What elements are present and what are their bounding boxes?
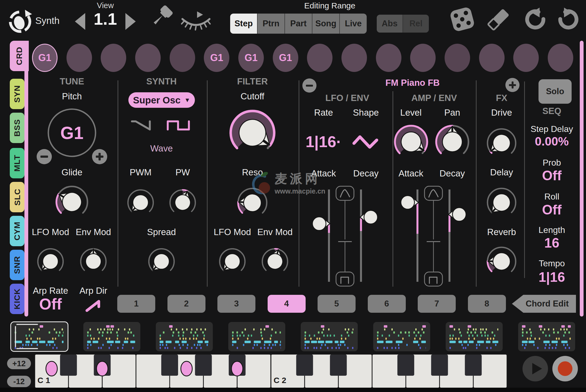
range-tab-ptrn[interactable]: Ptrn bbox=[258, 14, 285, 34]
pattern-button-7[interactable]: 7 bbox=[418, 295, 456, 313]
pattern-button-4[interactable]: 4 bbox=[268, 295, 306, 313]
step-2[interactable] bbox=[66, 44, 92, 72]
pattern-thumbnail-8[interactable] bbox=[518, 322, 575, 351]
transpose-up-button[interactable]: +12 bbox=[7, 358, 31, 369]
step-13[interactable] bbox=[445, 44, 470, 72]
pattern-thumbnail-5[interactable] bbox=[301, 322, 358, 351]
pattern-thumbnail-3[interactable] bbox=[156, 322, 213, 351]
step-11[interactable] bbox=[376, 44, 401, 72]
record-button[interactable] bbox=[552, 356, 578, 381]
seq-step-delay-value[interactable]: 0.00% bbox=[522, 135, 582, 148]
track-tab-kick[interactable]: KICK bbox=[10, 284, 24, 314]
black-key-4[interactable] bbox=[161, 355, 178, 376]
pitch-minus-button[interactable] bbox=[37, 149, 52, 164]
pattern-thumbnail-4[interactable] bbox=[228, 322, 285, 351]
reso-knob[interactable] bbox=[236, 186, 269, 219]
step-10[interactable] bbox=[341, 44, 367, 72]
range-tab-step[interactable]: Step bbox=[230, 14, 258, 34]
pattern-thumbnail-7[interactable] bbox=[446, 322, 503, 351]
range-tab-song[interactable]: Song bbox=[312, 14, 340, 34]
pattern-button-3[interactable]: 3 bbox=[217, 295, 255, 313]
amp-attack-handle[interactable] bbox=[401, 196, 419, 209]
step-12[interactable] bbox=[410, 44, 436, 72]
step-5[interactable] bbox=[170, 44, 195, 72]
track-tab-snr[interactable]: SNR bbox=[10, 250, 24, 280]
cutoff-knob[interactable] bbox=[228, 108, 277, 157]
redo-icon[interactable] bbox=[556, 6, 583, 33]
play-button[interactable] bbox=[522, 356, 548, 381]
black-key-5[interactable] bbox=[195, 355, 212, 376]
range-tab-live[interactable]: Live bbox=[340, 14, 367, 34]
spread-knob[interactable] bbox=[147, 247, 176, 276]
step-14[interactable] bbox=[479, 44, 505, 72]
seq-roll-value[interactable]: Off bbox=[522, 202, 582, 218]
arp-rate-value[interactable]: Off bbox=[23, 295, 78, 313]
wave-square-icon[interactable] bbox=[166, 117, 192, 134]
seq-tempo-value[interactable]: 1|16 bbox=[522, 269, 582, 285]
view-next-button[interactable] bbox=[125, 13, 136, 30]
tune-env-mod-knob[interactable] bbox=[79, 247, 108, 276]
black-key-13[interactable] bbox=[465, 355, 482, 376]
pattern-thumbnail-2[interactable] bbox=[83, 322, 140, 351]
track-tab-slc[interactable]: SLC bbox=[10, 182, 24, 212]
track-tab-mlt[interactable]: MLT bbox=[10, 148, 24, 178]
transpose-down-button[interactable]: -12 bbox=[7, 376, 31, 387]
lfo-attack-handle[interactable] bbox=[312, 217, 330, 230]
track-tab-cym[interactable]: CYM bbox=[10, 216, 24, 246]
track-tab-syn[interactable]: SYN bbox=[10, 79, 24, 109]
track-tab-bss[interactable]: BSS bbox=[10, 113, 24, 143]
pin-icon[interactable] bbox=[147, 4, 176, 34]
group-minus-button[interactable] bbox=[302, 78, 316, 93]
black-key-9[interactable] bbox=[330, 355, 347, 376]
lfo-shape-triangle-icon[interactable] bbox=[352, 133, 380, 151]
arp-dir-ramp-up-icon[interactable] bbox=[85, 296, 103, 314]
step-9[interactable] bbox=[307, 44, 332, 72]
black-key-8[interactable] bbox=[296, 355, 313, 376]
step-16[interactable] bbox=[548, 44, 573, 72]
pwm-knob[interactable] bbox=[126, 188, 155, 217]
amp-env-sliders[interactable] bbox=[393, 186, 476, 287]
pan-knob[interactable] bbox=[434, 124, 471, 160]
step-3[interactable] bbox=[101, 44, 126, 72]
solo-button[interactable]: Solo bbox=[539, 79, 572, 104]
pattern-button-5[interactable]: 5 bbox=[318, 295, 356, 313]
lfo-env-sliders[interactable] bbox=[302, 186, 392, 287]
tune-lfo-mod-knob[interactable] bbox=[36, 247, 65, 276]
piano-keyboard[interactable] bbox=[35, 355, 507, 388]
toggle-abs[interactable]: Abs bbox=[377, 15, 403, 33]
pattern-button-6[interactable]: 6 bbox=[368, 295, 406, 313]
pw-knob[interactable] bbox=[168, 188, 197, 217]
group-plus-button[interactable] bbox=[505, 78, 520, 92]
step-6[interactable]: G1 bbox=[204, 44, 229, 72]
pattern-button-8[interactable]: 8 bbox=[468, 295, 506, 313]
pattern-button-2[interactable]: 2 bbox=[167, 295, 205, 313]
filter-lfo-mod-knob[interactable] bbox=[218, 247, 247, 276]
patch-name[interactable]: FM Piano FB bbox=[358, 78, 467, 88]
lfo-rate-value[interactable]: 1|16· bbox=[294, 132, 353, 151]
black-key-1[interactable] bbox=[60, 355, 77, 376]
pattern-thumbnail-6[interactable] bbox=[373, 322, 430, 351]
pattern-button-1[interactable]: 1 bbox=[117, 295, 155, 313]
black-key-12[interactable] bbox=[431, 355, 448, 376]
delay-knob[interactable] bbox=[486, 186, 518, 219]
range-tab-part[interactable]: Part bbox=[285, 14, 312, 34]
lfo-decay-handle[interactable] bbox=[360, 210, 378, 224]
reverb-knob[interactable] bbox=[486, 245, 518, 277]
pitch-plus-button[interactable] bbox=[92, 149, 107, 164]
seq-length-value[interactable]: 16 bbox=[522, 235, 582, 251]
step-4[interactable] bbox=[135, 44, 161, 72]
step-1[interactable]: G1 bbox=[32, 44, 58, 72]
amp-decay-handle[interactable] bbox=[448, 208, 466, 221]
step-15[interactable] bbox=[513, 44, 539, 72]
hide-eye-icon[interactable] bbox=[180, 11, 212, 34]
toggle-rel[interactable]: Rel bbox=[403, 15, 429, 33]
undo-icon[interactable] bbox=[521, 6, 548, 33]
wave-saw-icon[interactable] bbox=[130, 117, 156, 134]
drive-knob[interactable] bbox=[486, 127, 518, 159]
glide-knob[interactable] bbox=[54, 184, 90, 220]
pitch-dial[interactable]: G1 bbox=[47, 108, 97, 158]
osc-type-dropdown[interactable]: Super Osc ▼ bbox=[128, 92, 195, 108]
level-knob[interactable] bbox=[393, 124, 429, 160]
view-prev-button[interactable] bbox=[75, 13, 85, 30]
filter-env-mod-knob[interactable] bbox=[261, 247, 289, 276]
